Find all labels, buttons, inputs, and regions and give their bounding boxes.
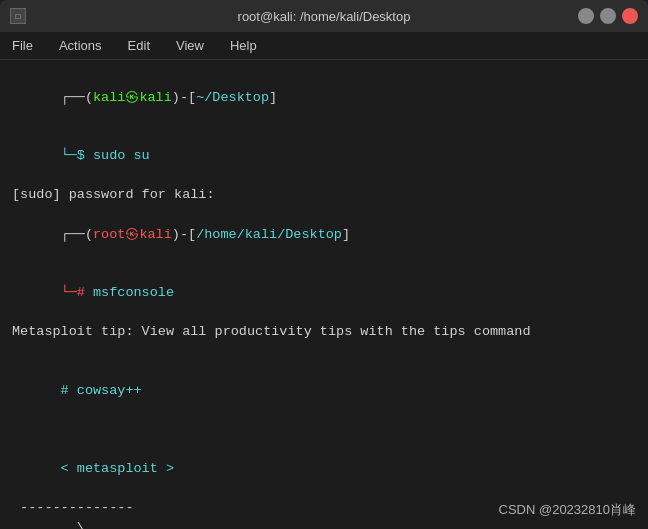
maximize-button[interactable] bbox=[600, 8, 616, 24]
titlebar-left: □ bbox=[10, 8, 26, 24]
window-icon-symbol: □ bbox=[16, 12, 21, 21]
titlebar: □ root@kali: /home/kali/Desktop bbox=[0, 0, 648, 32]
prompt-line-2: ┌──(root㉿kali)-[/home/kali/Desktop] bbox=[12, 205, 636, 264]
cowsay-bubble: < metasploit > bbox=[12, 440, 636, 499]
cmd-msfconsole: └─# msfconsole bbox=[12, 264, 636, 323]
window-icon: □ bbox=[10, 8, 26, 24]
menu-actions[interactable]: Actions bbox=[55, 36, 106, 55]
close-button[interactable] bbox=[622, 8, 638, 24]
blank-1 bbox=[12, 342, 636, 362]
menu-view[interactable]: View bbox=[172, 36, 208, 55]
menu-file[interactable]: File bbox=[8, 36, 37, 55]
terminal-window: □ root@kali: /home/kali/Desktop File Act… bbox=[0, 0, 648, 529]
window-title: root@kali: /home/kali/Desktop bbox=[238, 9, 411, 24]
cmd-sudo: └─$ sudo su bbox=[12, 127, 636, 186]
titlebar-controls bbox=[578, 8, 638, 24]
menu-help[interactable]: Help bbox=[226, 36, 261, 55]
metasploit-tip: Metasploit tip: View all productivity ti… bbox=[12, 322, 636, 342]
menubar: File Actions Edit View Help bbox=[0, 32, 648, 60]
watermark: CSDN @20232810肖峰 bbox=[499, 501, 636, 519]
menu-edit[interactable]: Edit bbox=[124, 36, 154, 55]
sudo-password-prompt: [sudo] password for kali: bbox=[12, 185, 636, 205]
prompt-line-1: ┌──(kali㉿kali)-[~/Desktop] bbox=[12, 68, 636, 127]
cowsay-cmd: # cowsay++ bbox=[12, 361, 636, 420]
cowsay-cow1: \ ,__, bbox=[12, 518, 636, 529]
terminal-body[interactable]: ┌──(kali㉿kali)-[~/Desktop] └─$ sudo su [… bbox=[0, 60, 648, 529]
minimize-button[interactable] bbox=[578, 8, 594, 24]
blank-2 bbox=[12, 420, 636, 440]
